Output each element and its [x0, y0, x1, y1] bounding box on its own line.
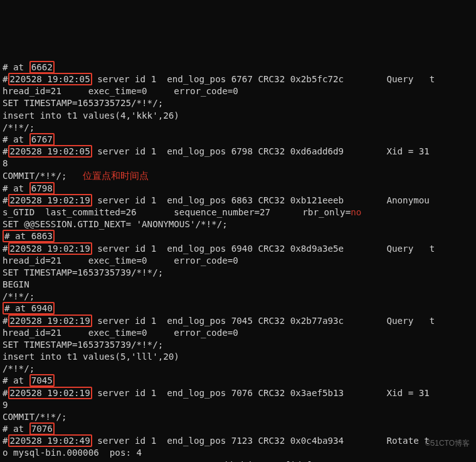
ts-190219c: 220528 19:02:19 — [8, 314, 92, 327]
line: SET TIMESTAMP=1653735739/*!*/; — [3, 267, 163, 277]
line: hread_id=21 exec_time=0 error_code=0 — [3, 86, 238, 96]
line: hread_id=21 exec_time=0 error_code=0 — [3, 255, 238, 266]
pos-6767: 6767 — [29, 133, 55, 146]
line: # at 7045 — [3, 374, 55, 387]
ts-190219d: 220528 19:02:19 — [8, 387, 92, 399]
line: insert into t1 values(4,'kkk',26) — [3, 110, 179, 121]
line: # at 7076 — [3, 422, 55, 435]
ts-190219b: 220528 19:02:19 — [8, 242, 92, 255]
line: #220528 19:02:05 server id 1 end_log_pos… — [3, 73, 435, 85]
line: #220528 19:02:19 server id 1 end_log_pos… — [3, 314, 435, 327]
line: s_GTID last_committed=26 sequence_number… — [3, 207, 361, 217]
line: COMMIT/*!*/; 位置点和时间点 — [3, 171, 149, 181]
line: hread_id=21 exec_time=0 error_code=0 — [3, 328, 238, 338]
line: 8 — [3, 158, 8, 168]
line: insert into t1 values(5,'lll',20) — [3, 352, 179, 362]
ts-190249: 220528 19:02:49 — [8, 434, 92, 447]
line: # at 6863 — [3, 230, 55, 242]
line: SET @@SESSION.GTID_NEXT= 'AUTOMATIC' /* … — [3, 460, 378, 462]
line: /*!*/; — [3, 363, 34, 373]
pos-6863: # at 6863 — [3, 230, 55, 242]
pos-7045: 7045 — [29, 374, 55, 387]
line: # at 6798 — [3, 182, 55, 195]
ts-190205: 220528 19:02:05 — [8, 73, 92, 85]
watermark: ©51CTO博客 — [425, 438, 470, 448]
line: BEGIN — [3, 279, 29, 289]
line: #220528 19:02:49 server id 1 end_log_pos… — [3, 434, 430, 447]
pos-6662: 6662 — [29, 61, 55, 73]
line: # at 6767 — [3, 133, 55, 146]
line: #220528 19:02:19 server id 1 end_log_pos… — [3, 194, 430, 207]
line: SET TIMESTAMP=1653735739/*!*/; — [3, 340, 163, 350]
line: # at 6940 — [3, 302, 55, 314]
ts-190205b: 220528 19:02:05 — [8, 145, 92, 158]
line: SET @@SESSION.GTID_NEXT= 'ANONYMOUS'/*!*… — [3, 219, 228, 229]
annotation-cn: 位置点和时间点 — [83, 170, 149, 181]
pos-6940: # at 6940 — [3, 302, 55, 314]
line: 9 — [3, 400, 8, 410]
rbr-only-no: no — [351, 207, 361, 217]
line: #220528 19:02:19 server id 1 end_log_pos… — [3, 242, 435, 255]
line: #220528 19:02:19 server id 1 end_log_pos… — [3, 387, 430, 399]
line: SET TIMESTAMP=1653735725/*!*/; — [3, 98, 163, 108]
line: #220528 19:02:05 server id 1 end_log_pos… — [3, 145, 430, 158]
line: # at 6662 — [3, 61, 55, 73]
line: /*!*/; — [3, 122, 34, 132]
line: COMMIT/*!*/; — [3, 412, 67, 422]
terminal-output: # at 6662 #220528 19:02:05 server id 1 e… — [0, 48, 476, 462]
ts-190219a: 220528 19:02:19 — [8, 194, 92, 207]
line: o mysql-bin.000006 pos: 4 — [3, 448, 142, 458]
pos-7076: 7076 — [29, 422, 55, 435]
line: /*!*/; — [3, 291, 34, 301]
pos-6798: 6798 — [29, 182, 55, 195]
